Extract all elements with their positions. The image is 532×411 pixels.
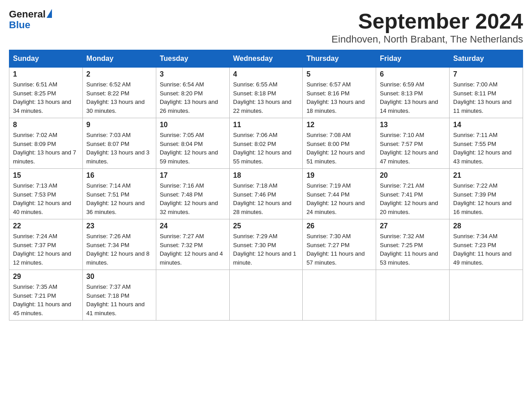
daylight-label: Daylight: 13 hours and 30 minutes. (86, 98, 145, 114)
day-info: Sunrise: 7:00 AM Sunset: 8:11 PM Dayligh… (453, 80, 519, 115)
sunset-label: Sunset: 8:20 PM (160, 90, 203, 97)
daylight-label: Daylight: 12 hours and 59 minutes. (160, 149, 218, 165)
sunset-label: Sunset: 7:23 PM (453, 242, 496, 248)
calendar-day-cell: 30 Sunrise: 7:37 AM Sunset: 7:18 PM Dayl… (82, 270, 156, 321)
day-info: Sunrise: 7:05 AM Sunset: 8:04 PM Dayligh… (160, 131, 226, 166)
sunrise-label: Sunrise: 7:21 AM (380, 182, 424, 189)
day-number: 2 (86, 70, 152, 78)
day-number: 20 (380, 171, 446, 180)
calendar-day-cell (376, 270, 450, 321)
sunrise-label: Sunrise: 7:10 AM (380, 132, 424, 138)
day-number: 12 (306, 121, 372, 129)
sunrise-label: Sunrise: 7:29 AM (233, 233, 278, 240)
sunrise-label: Sunrise: 7:02 AM (13, 132, 57, 138)
calendar-day-cell: 13 Sunrise: 7:10 AM Sunset: 7:57 PM Dayl… (376, 118, 450, 169)
day-info: Sunrise: 7:37 AM Sunset: 7:18 PM Dayligh… (86, 283, 152, 317)
day-number: 9 (86, 121, 152, 129)
sunset-label: Sunset: 7:34 PM (86, 242, 129, 248)
day-of-week-header-saturday: Saturday (450, 50, 523, 68)
sunrise-label: Sunrise: 7:22 AM (453, 182, 498, 189)
day-number: 30 (86, 273, 152, 281)
daylight-label: Daylight: 12 hours and 1 minute. (233, 250, 296, 266)
calendar-day-cell: 1 Sunrise: 6:51 AM Sunset: 8:25 PM Dayli… (9, 68, 83, 118)
sunset-label: Sunset: 7:48 PM (160, 191, 203, 198)
sunset-label: Sunset: 8:16 PM (306, 90, 349, 97)
calendar-day-cell: 26 Sunrise: 7:30 AM Sunset: 7:27 PM Dayl… (303, 219, 376, 270)
day-info: Sunrise: 7:16 AM Sunset: 7:48 PM Dayligh… (160, 181, 226, 216)
sunset-label: Sunset: 7:30 PM (233, 242, 276, 248)
day-number: 6 (380, 70, 446, 78)
month-title: September 2024 (331, 9, 523, 34)
day-number: 29 (13, 273, 79, 281)
calendar-day-cell: 28 Sunrise: 7:34 AM Sunset: 7:23 PM Dayl… (450, 219, 523, 270)
calendar-week-row: 29 Sunrise: 7:35 AM Sunset: 7:21 PM Dayl… (9, 270, 523, 321)
calendar-header-row: SundayMondayTuesdayWednesdayThursdayFrid… (9, 50, 523, 68)
location-title: Eindhoven, North Brabant, The Netherland… (331, 34, 523, 45)
logo-triangle-icon (47, 9, 52, 18)
sunset-label: Sunset: 7:25 PM (380, 242, 423, 248)
sunrise-label: Sunrise: 7:35 AM (13, 283, 57, 290)
sunset-label: Sunset: 8:00 PM (306, 141, 349, 147)
day-number: 22 (13, 222, 79, 230)
day-number: 1 (13, 70, 79, 78)
day-of-week-header-wednesday: Wednesday (229, 50, 303, 68)
day-of-week-header-sunday: Sunday (9, 50, 83, 68)
daylight-label: Daylight: 11 hours and 49 minutes. (453, 250, 511, 266)
sunset-label: Sunset: 7:53 PM (13, 191, 56, 198)
sunrise-label: Sunrise: 7:18 AM (233, 182, 278, 189)
sunset-label: Sunset: 8:04 PM (160, 141, 203, 147)
day-of-week-header-monday: Monday (82, 50, 156, 68)
day-info: Sunrise: 7:02 AM Sunset: 8:09 PM Dayligh… (13, 131, 79, 166)
day-number: 26 (306, 222, 372, 230)
day-info: Sunrise: 7:22 AM Sunset: 7:39 PM Dayligh… (453, 181, 519, 216)
calendar-day-cell: 25 Sunrise: 7:29 AM Sunset: 7:30 PM Dayl… (229, 219, 303, 270)
calendar-day-cell: 10 Sunrise: 7:05 AM Sunset: 8:04 PM Dayl… (156, 118, 229, 169)
sunset-label: Sunset: 7:37 PM (13, 242, 56, 248)
daylight-label: Daylight: 12 hours and 20 minutes. (380, 200, 438, 215)
day-info: Sunrise: 7:03 AM Sunset: 8:07 PM Dayligh… (86, 131, 152, 166)
calendar-day-cell: 27 Sunrise: 7:32 AM Sunset: 7:25 PM Dayl… (376, 219, 450, 270)
sunset-label: Sunset: 8:22 PM (86, 90, 129, 97)
calendar-day-cell: 6 Sunrise: 6:59 AM Sunset: 8:13 PM Dayli… (376, 68, 450, 118)
daylight-label: Daylight: 11 hours and 41 minutes. (86, 301, 145, 317)
daylight-label: Daylight: 12 hours and 12 minutes. (13, 250, 71, 266)
daylight-label: Daylight: 12 hours and 4 minutes. (160, 250, 223, 266)
calendar-day-cell (229, 270, 303, 321)
calendar-day-cell: 20 Sunrise: 7:21 AM Sunset: 7:41 PM Dayl… (376, 169, 450, 219)
sunset-label: Sunset: 7:57 PM (380, 141, 423, 147)
daylight-label: Daylight: 11 hours and 57 minutes. (306, 250, 365, 266)
sunset-label: Sunset: 7:27 PM (306, 242, 349, 248)
sunrise-label: Sunrise: 7:32 AM (380, 233, 424, 240)
sunrise-label: Sunrise: 7:26 AM (86, 233, 131, 240)
calendar-day-cell: 7 Sunrise: 7:00 AM Sunset: 8:11 PM Dayli… (450, 68, 523, 118)
day-number: 17 (160, 171, 226, 180)
daylight-label: Daylight: 13 hours and 22 minutes. (233, 98, 292, 114)
calendar-day-cell: 18 Sunrise: 7:18 AM Sunset: 7:46 PM Dayl… (229, 169, 303, 219)
sunrise-label: Sunrise: 7:27 AM (160, 233, 204, 240)
logo-text-general: General (9, 9, 46, 20)
day-number: 28 (453, 222, 519, 230)
daylight-label: Daylight: 12 hours and 51 minutes. (306, 149, 365, 165)
sunrise-label: Sunrise: 7:05 AM (160, 132, 204, 138)
sunrise-label: Sunrise: 6:54 AM (160, 81, 204, 88)
calendar-day-cell: 11 Sunrise: 7:06 AM Sunset: 8:02 PM Dayl… (229, 118, 303, 169)
sunrise-label: Sunrise: 7:24 AM (13, 233, 57, 240)
day-of-week-header-thursday: Thursday (303, 50, 376, 68)
daylight-label: Daylight: 12 hours and 28 minutes. (233, 200, 292, 215)
daylight-label: Daylight: 12 hours and 47 minutes. (380, 149, 438, 165)
day-info: Sunrise: 7:10 AM Sunset: 7:57 PM Dayligh… (380, 131, 446, 166)
sunset-label: Sunset: 7:18 PM (86, 292, 129, 299)
day-number: 15 (13, 171, 79, 180)
daylight-label: Daylight: 12 hours and 36 minutes. (86, 200, 145, 215)
daylight-label: Daylight: 11 hours and 45 minutes. (13, 301, 71, 317)
calendar-week-row: 8 Sunrise: 7:02 AM Sunset: 8:09 PM Dayli… (9, 118, 523, 169)
day-info: Sunrise: 7:19 AM Sunset: 7:44 PM Dayligh… (306, 181, 372, 216)
daylight-label: Daylight: 12 hours and 8 minutes. (86, 250, 150, 266)
calendar-day-cell: 3 Sunrise: 6:54 AM Sunset: 8:20 PM Dayli… (156, 68, 229, 118)
daylight-label: Daylight: 13 hours and 3 minutes. (86, 149, 150, 165)
day-number: 11 (233, 121, 299, 129)
day-number: 25 (233, 222, 299, 230)
calendar-day-cell: 24 Sunrise: 7:27 AM Sunset: 7:32 PM Dayl… (156, 219, 229, 270)
sunset-label: Sunset: 8:18 PM (233, 90, 276, 97)
calendar-day-cell: 2 Sunrise: 6:52 AM Sunset: 8:22 PM Dayli… (82, 68, 156, 118)
